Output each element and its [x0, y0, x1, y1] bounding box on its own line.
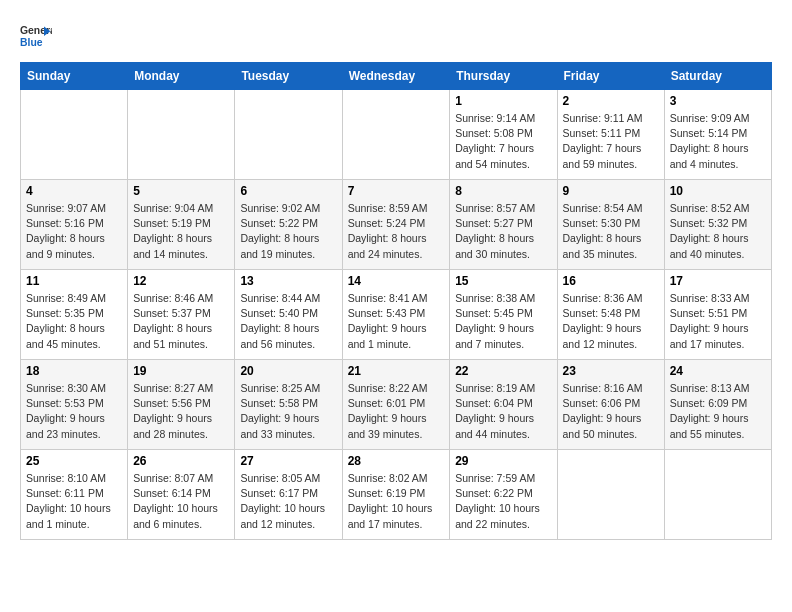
weekday-header-friday: Friday: [557, 63, 664, 90]
calendar-cell: 20Sunrise: 8:25 AM Sunset: 5:58 PM Dayli…: [235, 360, 342, 450]
calendar-cell: 29Sunrise: 7:59 AM Sunset: 6:22 PM Dayli…: [450, 450, 557, 540]
calendar-cell: [664, 450, 771, 540]
calendar-cell: 27Sunrise: 8:05 AM Sunset: 6:17 PM Dayli…: [235, 450, 342, 540]
calendar-cell: 13Sunrise: 8:44 AM Sunset: 5:40 PM Dayli…: [235, 270, 342, 360]
day-number: 19: [133, 364, 229, 378]
svg-text:Blue: Blue: [20, 37, 43, 48]
day-info: Sunrise: 9:14 AM Sunset: 5:08 PM Dayligh…: [455, 111, 551, 172]
day-number: 22: [455, 364, 551, 378]
calendar-cell: 15Sunrise: 8:38 AM Sunset: 5:45 PM Dayli…: [450, 270, 557, 360]
calendar-cell: 24Sunrise: 8:13 AM Sunset: 6:09 PM Dayli…: [664, 360, 771, 450]
day-info: Sunrise: 8:36 AM Sunset: 5:48 PM Dayligh…: [563, 291, 659, 352]
calendar-cell: 16Sunrise: 8:36 AM Sunset: 5:48 PM Dayli…: [557, 270, 664, 360]
day-info: Sunrise: 8:27 AM Sunset: 5:56 PM Dayligh…: [133, 381, 229, 442]
day-info: Sunrise: 8:02 AM Sunset: 6:19 PM Dayligh…: [348, 471, 445, 532]
day-info: Sunrise: 9:02 AM Sunset: 5:22 PM Dayligh…: [240, 201, 336, 262]
day-number: 18: [26, 364, 122, 378]
weekday-header-thursday: Thursday: [450, 63, 557, 90]
day-number: 28: [348, 454, 445, 468]
calendar-cell: [235, 90, 342, 180]
day-info: Sunrise: 8:38 AM Sunset: 5:45 PM Dayligh…: [455, 291, 551, 352]
day-number: 21: [348, 364, 445, 378]
day-info: Sunrise: 8:25 AM Sunset: 5:58 PM Dayligh…: [240, 381, 336, 442]
day-info: Sunrise: 9:04 AM Sunset: 5:19 PM Dayligh…: [133, 201, 229, 262]
day-number: 3: [670, 94, 766, 108]
calendar-cell: 22Sunrise: 8:19 AM Sunset: 6:04 PM Dayli…: [450, 360, 557, 450]
day-number: 5: [133, 184, 229, 198]
calendar-cell: 23Sunrise: 8:16 AM Sunset: 6:06 PM Dayli…: [557, 360, 664, 450]
calendar-cell: 8Sunrise: 8:57 AM Sunset: 5:27 PM Daylig…: [450, 180, 557, 270]
day-number: 12: [133, 274, 229, 288]
weekday-header-saturday: Saturday: [664, 63, 771, 90]
calendar-cell: 14Sunrise: 8:41 AM Sunset: 5:43 PM Dayli…: [342, 270, 450, 360]
day-info: Sunrise: 9:11 AM Sunset: 5:11 PM Dayligh…: [563, 111, 659, 172]
weekday-header-sunday: Sunday: [21, 63, 128, 90]
calendar-cell: 7Sunrise: 8:59 AM Sunset: 5:24 PM Daylig…: [342, 180, 450, 270]
day-info: Sunrise: 8:57 AM Sunset: 5:27 PM Dayligh…: [455, 201, 551, 262]
day-number: 9: [563, 184, 659, 198]
day-info: Sunrise: 8:05 AM Sunset: 6:17 PM Dayligh…: [240, 471, 336, 532]
day-info: Sunrise: 8:33 AM Sunset: 5:51 PM Dayligh…: [670, 291, 766, 352]
weekday-header-wednesday: Wednesday: [342, 63, 450, 90]
day-info: Sunrise: 8:19 AM Sunset: 6:04 PM Dayligh…: [455, 381, 551, 442]
day-number: 1: [455, 94, 551, 108]
day-info: Sunrise: 9:09 AM Sunset: 5:14 PM Dayligh…: [670, 111, 766, 172]
calendar-week-row: 4Sunrise: 9:07 AM Sunset: 5:16 PM Daylig…: [21, 180, 772, 270]
calendar-cell: 2Sunrise: 9:11 AM Sunset: 5:11 PM Daylig…: [557, 90, 664, 180]
day-info: Sunrise: 8:10 AM Sunset: 6:11 PM Dayligh…: [26, 471, 122, 532]
calendar-cell: [342, 90, 450, 180]
logo-icon: General Blue: [20, 20, 52, 52]
calendar-week-row: 18Sunrise: 8:30 AM Sunset: 5:53 PM Dayli…: [21, 360, 772, 450]
day-info: Sunrise: 7:59 AM Sunset: 6:22 PM Dayligh…: [455, 471, 551, 532]
calendar-cell: 4Sunrise: 9:07 AM Sunset: 5:16 PM Daylig…: [21, 180, 128, 270]
calendar-week-row: 25Sunrise: 8:10 AM Sunset: 6:11 PM Dayli…: [21, 450, 772, 540]
calendar-cell: 12Sunrise: 8:46 AM Sunset: 5:37 PM Dayli…: [128, 270, 235, 360]
calendar-week-row: 1Sunrise: 9:14 AM Sunset: 5:08 PM Daylig…: [21, 90, 772, 180]
calendar-cell: 19Sunrise: 8:27 AM Sunset: 5:56 PM Dayli…: [128, 360, 235, 450]
calendar-cell: 3Sunrise: 9:09 AM Sunset: 5:14 PM Daylig…: [664, 90, 771, 180]
day-number: 17: [670, 274, 766, 288]
day-info: Sunrise: 8:07 AM Sunset: 6:14 PM Dayligh…: [133, 471, 229, 532]
calendar-cell: 21Sunrise: 8:22 AM Sunset: 6:01 PM Dayli…: [342, 360, 450, 450]
day-number: 11: [26, 274, 122, 288]
day-info: Sunrise: 8:46 AM Sunset: 5:37 PM Dayligh…: [133, 291, 229, 352]
day-number: 24: [670, 364, 766, 378]
weekday-header-monday: Monday: [128, 63, 235, 90]
calendar-cell: 1Sunrise: 9:14 AM Sunset: 5:08 PM Daylig…: [450, 90, 557, 180]
day-info: Sunrise: 8:41 AM Sunset: 5:43 PM Dayligh…: [348, 291, 445, 352]
calendar-cell: [128, 90, 235, 180]
day-number: 14: [348, 274, 445, 288]
day-number: 8: [455, 184, 551, 198]
day-info: Sunrise: 8:59 AM Sunset: 5:24 PM Dayligh…: [348, 201, 445, 262]
day-info: Sunrise: 8:30 AM Sunset: 5:53 PM Dayligh…: [26, 381, 122, 442]
calendar-cell: 5Sunrise: 9:04 AM Sunset: 5:19 PM Daylig…: [128, 180, 235, 270]
calendar-cell: [21, 90, 128, 180]
logo: General Blue: [20, 20, 52, 52]
calendar-cell: 10Sunrise: 8:52 AM Sunset: 5:32 PM Dayli…: [664, 180, 771, 270]
day-info: Sunrise: 9:07 AM Sunset: 5:16 PM Dayligh…: [26, 201, 122, 262]
day-number: 7: [348, 184, 445, 198]
calendar-cell: 26Sunrise: 8:07 AM Sunset: 6:14 PM Dayli…: [128, 450, 235, 540]
day-info: Sunrise: 8:44 AM Sunset: 5:40 PM Dayligh…: [240, 291, 336, 352]
day-number: 26: [133, 454, 229, 468]
calendar-cell: 9Sunrise: 8:54 AM Sunset: 5:30 PM Daylig…: [557, 180, 664, 270]
day-number: 6: [240, 184, 336, 198]
day-number: 25: [26, 454, 122, 468]
weekday-header-tuesday: Tuesday: [235, 63, 342, 90]
day-number: 29: [455, 454, 551, 468]
day-number: 23: [563, 364, 659, 378]
day-number: 20: [240, 364, 336, 378]
day-info: Sunrise: 8:49 AM Sunset: 5:35 PM Dayligh…: [26, 291, 122, 352]
day-info: Sunrise: 8:54 AM Sunset: 5:30 PM Dayligh…: [563, 201, 659, 262]
day-number: 13: [240, 274, 336, 288]
day-number: 4: [26, 184, 122, 198]
day-info: Sunrise: 8:22 AM Sunset: 6:01 PM Dayligh…: [348, 381, 445, 442]
calendar-cell: [557, 450, 664, 540]
calendar-cell: 18Sunrise: 8:30 AM Sunset: 5:53 PM Dayli…: [21, 360, 128, 450]
day-number: 10: [670, 184, 766, 198]
calendar-table: SundayMondayTuesdayWednesdayThursdayFrid…: [20, 62, 772, 540]
calendar-week-row: 11Sunrise: 8:49 AM Sunset: 5:35 PM Dayli…: [21, 270, 772, 360]
calendar-cell: 11Sunrise: 8:49 AM Sunset: 5:35 PM Dayli…: [21, 270, 128, 360]
day-number: 27: [240, 454, 336, 468]
calendar-cell: 28Sunrise: 8:02 AM Sunset: 6:19 PM Dayli…: [342, 450, 450, 540]
